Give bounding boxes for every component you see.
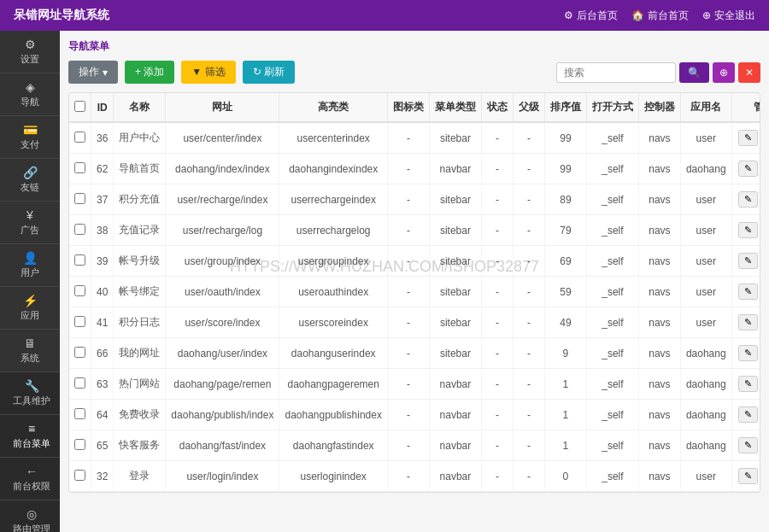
sidebar-item-links[interactable]: 🔗 友链 [0, 159, 60, 202]
cell-id: 41 [91, 307, 114, 338]
edit-button[interactable]: ✎ [738, 345, 758, 361]
sidebar-item-users[interactable]: 👤 用户 [0, 244, 60, 287]
cell-parent: - [513, 307, 544, 338]
cell-icon-type: - [387, 122, 429, 154]
cell-name: 用户中心 [114, 122, 166, 154]
nav-frontend-home[interactable]: 🏠 前台首页 [631, 9, 689, 23]
cell-parent: - [513, 400, 544, 430]
cell-app: daohang [680, 369, 731, 400]
nav-logout[interactable]: ⊕ 安全退出 [702, 9, 755, 23]
cell-controller: navs [638, 430, 680, 461]
search-input[interactable] [556, 62, 676, 83]
table-row: 40 帐号绑定 user/oauth/index useroauthindex … [69, 277, 760, 307]
cell-sort: 89 [544, 184, 586, 215]
edit-button[interactable]: ✎ [738, 161, 758, 177]
pay-label: 支付 [21, 138, 39, 151]
sidebar-item-pay[interactable]: 💳 支付 [0, 116, 60, 159]
cell-controller: navs [638, 215, 680, 246]
col-parent: 父级 [513, 93, 544, 122]
operate-button[interactable]: 操作 [68, 61, 118, 84]
sidebar-item-nav[interactable]: ◈ 导航 [0, 73, 60, 116]
cell-name: 登录 [114, 461, 166, 492]
cell-app: daohang [680, 154, 731, 184]
cell-url: user/recharge/log [166, 215, 279, 246]
edit-button[interactable]: ✎ [738, 284, 758, 300]
cell-highlight: daohangindexindex [279, 154, 387, 184]
refresh-button[interactable]: ↻ 刷新 [243, 61, 295, 84]
cell-sort: 1 [544, 400, 586, 430]
cell-menu-type: navbar [429, 369, 481, 400]
row-checkbox[interactable] [74, 224, 85, 235]
sidebar-subitem-tools[interactable]: 🔧 工具维护 [0, 372, 60, 415]
row-checkbox[interactable] [74, 470, 85, 481]
edit-button[interactable]: ✎ [738, 253, 758, 269]
main-layout: ⚙ 设置 ◈ 导航 💳 支付 🔗 友链 ¥ 广告 👤 用户 ⚡ 应用 🖥 [0, 31, 769, 532]
row-checkbox[interactable] [74, 408, 85, 419]
cell-highlight: userrechargelog [279, 215, 387, 246]
row-checkbox[interactable] [74, 193, 85, 204]
cell-menu-type: sitebar [429, 122, 481, 154]
search-close-button[interactable]: ✕ [738, 62, 760, 83]
edit-button[interactable]: ✎ [738, 130, 758, 146]
cell-open: _self [586, 154, 638, 184]
cell-actions: ✎ ▸ [731, 277, 760, 307]
sidebar-subitem-front-menu[interactable]: ≡ 前台菜单 [0, 415, 60, 458]
filter-button[interactable]: ▼ 筛选 [181, 61, 235, 84]
cell-id: 40 [91, 277, 114, 307]
select-all-checkbox[interactable] [74, 101, 85, 112]
table-row: 64 免费收录 daohang/publish/index daohangpub… [69, 400, 760, 430]
row-checkbox[interactable] [74, 347, 85, 358]
cell-highlight: daohangpublishindex [279, 400, 387, 430]
add-button[interactable]: + 添加 [125, 61, 174, 84]
search-button[interactable]: 🔍 [679, 62, 709, 83]
logout-label: 安全退出 [714, 9, 755, 23]
edit-button[interactable]: ✎ [738, 437, 758, 453]
cell-actions: ✎ ▸ [731, 246, 760, 277]
sidebar-item-apps[interactable]: ⚡ 应用 [0, 287, 60, 330]
ads-label: 广告 [21, 224, 39, 237]
row-checkbox[interactable] [74, 162, 85, 173]
cell-parent: - [513, 430, 544, 461]
row-checkbox[interactable] [74, 316, 85, 327]
edit-button[interactable]: ✎ [738, 376, 758, 392]
cell-name: 导航首页 [114, 154, 166, 184]
data-table: ID 名称 网址 高亮类 图标类 菜单类型 状态 父级 排序值 打开方式 控制器… [69, 93, 760, 492]
edit-button[interactable]: ✎ [738, 222, 758, 238]
row-checkbox[interactable] [74, 439, 85, 450]
cell-url: user/oauth/index [166, 277, 279, 307]
edit-button[interactable]: ✎ [738, 191, 758, 208]
row-checkbox[interactable] [74, 377, 85, 389]
cell-actions: ✎ ▸ [731, 307, 760, 338]
row-checkbox[interactable] [74, 254, 85, 266]
row-checkbox[interactable] [74, 132, 85, 143]
cell-status: - [481, 430, 513, 461]
col-highlight: 高亮类 [279, 93, 387, 122]
cell-open: _self [586, 338, 638, 369]
edit-button[interactable]: ✎ [738, 314, 758, 330]
cell-actions: ✎ ▸ [731, 430, 760, 461]
sidebar-item-system[interactable]: 🖥 系统 [0, 330, 60, 372]
sidebar-subitem-route[interactable]: ◎ 路由管理 [0, 500, 60, 532]
cell-actions: ✎ ▸ [731, 338, 760, 369]
app-title: 呆错网址导航系统 [14, 8, 109, 23]
cell-menu-type: sitebar [429, 184, 481, 215]
sidebar-item-ads[interactable]: ¥ 广告 [0, 202, 60, 244]
search-opt1-button[interactable]: ⊕ [713, 62, 735, 83]
cell-app: user [680, 461, 731, 492]
nav-backend-home[interactable]: ⚙ 后台首页 [564, 9, 618, 23]
cell-menu-type: sitebar [429, 277, 481, 307]
row-checkbox[interactable] [74, 285, 85, 296]
cell-parent: - [513, 369, 544, 400]
col-url: 网址 [166, 93, 279, 122]
edit-button[interactable]: ✎ [738, 406, 758, 423]
sidebar: ⚙ 设置 ◈ 导航 💳 支付 🔗 友链 ¥ 广告 👤 用户 ⚡ 应用 🖥 [0, 31, 60, 532]
edit-button[interactable]: ✎ [738, 468, 758, 484]
cell-controller: navs [638, 338, 680, 369]
nav-icon: ◈ [26, 80, 35, 94]
cell-actions: ✎ ▸ [731, 215, 760, 246]
col-checkbox[interactable] [69, 93, 91, 122]
sidebar-subitem-front-auth[interactable]: ← 前台权限 [0, 458, 60, 500]
front-menu-icon: ≡ [28, 422, 35, 436]
cell-id: 62 [91, 154, 114, 184]
sidebar-item-settings[interactable]: ⚙ 设置 [0, 31, 60, 73]
